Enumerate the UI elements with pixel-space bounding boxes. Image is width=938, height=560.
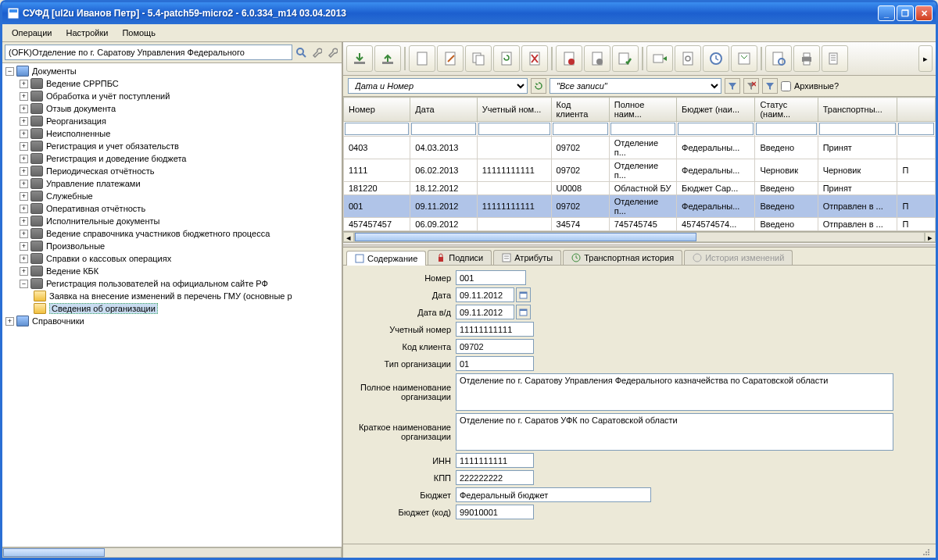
tab-content[interactable]: Содержание <box>346 251 426 266</box>
column-filter-input[interactable] <box>678 123 754 135</box>
filter-preset-select[interactable]: "Все записи" <box>550 78 721 94</box>
column-filter-input[interactable] <box>553 123 608 135</box>
tree-item[interactable]: +Ведение СРРПБС <box>2 77 342 90</box>
field-account[interactable] <box>456 322 534 337</box>
expand-icon[interactable]: + <box>20 155 28 163</box>
expand-icon[interactable]: + <box>20 217 28 226</box>
column-filter-input[interactable] <box>898 123 934 135</box>
collapse-icon[interactable]: − <box>5 67 14 76</box>
filter-save-button[interactable] <box>762 78 778 94</box>
expand-icon[interactable]: + <box>20 205 28 213</box>
expand-icon[interactable]: + <box>20 192 28 201</box>
expand-icon[interactable]: + <box>20 230 28 238</box>
breadcrumb-input[interactable] <box>5 45 292 60</box>
data-grid[interactable]: НомерДатаУчетный ном...Код клиентаПолное… <box>343 97 936 243</box>
column-header[interactable]: Транспортны... <box>818 98 897 122</box>
filter-refresh-button[interactable] <box>531 78 546 94</box>
field-kpp[interactable] <box>456 470 534 485</box>
table-row[interactable]: 18122018.12.2012U0008Областной БУБюджет … <box>344 182 936 195</box>
toolbar-overflow-button[interactable]: ▸ <box>918 45 933 72</box>
tree-item[interactable]: +Произвольные <box>2 240 342 252</box>
field-number[interactable] <box>456 270 526 285</box>
wrench-icon[interactable] <box>310 45 324 59</box>
column-header[interactable]: Полное наим... <box>609 98 676 122</box>
table-row[interactable]: 45745745706.09.2012345747457457454574574… <box>344 218 936 231</box>
column-filter-input[interactable] <box>756 123 816 135</box>
expand-icon[interactable]: + <box>20 142 28 151</box>
tree-item[interactable]: +Регистрация и доведение бюджета <box>2 152 342 165</box>
column-header[interactable]: Номер <box>344 98 410 122</box>
import-button[interactable] <box>346 45 373 72</box>
expand-icon[interactable]: + <box>5 317 14 326</box>
tree-item[interactable]: +Управление платежами <box>2 177 342 190</box>
tree-item[interactable]: +Регистрация и учет обязательств <box>2 140 342 152</box>
expand-icon[interactable]: + <box>20 242 28 251</box>
new-doc-button[interactable] <box>409 45 435 72</box>
preview-button[interactable] <box>765 45 792 72</box>
h-scrollbar[interactable] <box>354 232 925 242</box>
column-filter-input[interactable] <box>411 123 475 135</box>
column-header[interactable]: Дата <box>410 98 477 122</box>
verify-sign-button[interactable] <box>612 45 639 72</box>
nav-tree[interactable]: − Документы +Ведение СРРПБС+Обработка и … <box>2 63 342 547</box>
field-org-type[interactable] <box>456 356 534 371</box>
expand-icon[interactable]: + <box>20 255 28 263</box>
tab-signatures[interactable]: Подписи <box>428 250 492 265</box>
expand-icon[interactable]: + <box>20 117 28 126</box>
delete-doc-button[interactable] <box>521 45 548 72</box>
tree-item[interactable]: +Отзыв документа <box>2 102 342 115</box>
field-date[interactable] <box>456 287 514 302</box>
tree-item[interactable]: −Регистрация пользователей на официально… <box>2 277 342 290</box>
expand-icon[interactable]: + <box>20 167 28 176</box>
copy-doc-button[interactable] <box>465 45 492 72</box>
tree-item[interactable]: +Реорганизация <box>2 115 342 127</box>
edit-doc-button[interactable] <box>437 45 464 72</box>
expand-icon[interactable]: + <box>20 180 28 188</box>
schedule-button[interactable] <box>703 45 729 72</box>
field-client[interactable] <box>456 339 534 354</box>
process-button[interactable] <box>675 45 701 72</box>
tree-item[interactable]: +Служебные <box>2 190 342 202</box>
tree-item[interactable]: +Обработка и учёт поступлений <box>2 90 342 102</box>
expand-icon[interactable]: + <box>20 105 28 113</box>
search-icon[interactable] <box>294 45 308 59</box>
expand-icon[interactable]: + <box>20 80 28 88</box>
export-button[interactable] <box>374 45 401 72</box>
refresh-doc-button[interactable] <box>493 45 520 72</box>
sign-remove-button[interactable] <box>584 45 610 72</box>
field-budget[interactable] <box>456 487 651 502</box>
maximize-button[interactable]: ❐ <box>897 5 914 21</box>
archive-checkbox[interactable] <box>781 81 791 91</box>
calendar-icon[interactable] <box>516 287 531 302</box>
scroll-left-button[interactable]: ◂ <box>343 232 354 242</box>
filter-funnel-button[interactable] <box>725 78 740 94</box>
print-list-button[interactable] <box>822 45 848 72</box>
column-header[interactable]: Статус (наим... <box>755 98 818 122</box>
notify-button[interactable] <box>731 45 757 72</box>
h-scrollbar[interactable] <box>2 548 342 558</box>
column-filter-input[interactable] <box>819 123 897 135</box>
calendar-icon[interactable] <box>516 305 531 319</box>
sign-button[interactable] <box>556 45 582 72</box>
tree-item[interactable]: +Периодическая отчётность <box>2 165 342 177</box>
expand-icon[interactable]: + <box>20 130 28 138</box>
filter-clear-button[interactable] <box>743 78 759 94</box>
tree-item[interactable]: +Исполнительные документы <box>2 215 342 227</box>
print-button[interactable] <box>793 45 820 72</box>
field-budget-code[interactable] <box>456 505 534 519</box>
tab-transport-history[interactable]: Транспортная история <box>563 250 682 265</box>
close-button[interactable]: ✕ <box>915 5 933 21</box>
expand-icon[interactable]: + <box>20 267 28 276</box>
field-full-name[interactable]: Отделение по г. Саратову Управления Феде… <box>456 373 893 411</box>
titlebar[interactable]: СУФД [ul2u Иванов Петр] - 5.4-patch59-mi… <box>2 2 936 24</box>
field-inn[interactable] <box>456 453 534 468</box>
column-filter-input[interactable] <box>345 123 409 135</box>
column-filter-input[interactable] <box>610 123 675 135</box>
minimize-button[interactable]: _ <box>878 5 895 21</box>
column-header[interactable]: Учетный ном... <box>477 98 551 122</box>
field-date-vd[interactable] <box>456 305 514 319</box>
wrench-icon-2[interactable] <box>325 45 339 59</box>
resize-grip-icon[interactable] <box>920 546 931 557</box>
table-row[interactable]: 00109.11.20121111111111109702Отделение п… <box>344 195 936 218</box>
field-short-name[interactable]: Отделение по г. Саратов УФК по Саратовск… <box>456 413 893 451</box>
